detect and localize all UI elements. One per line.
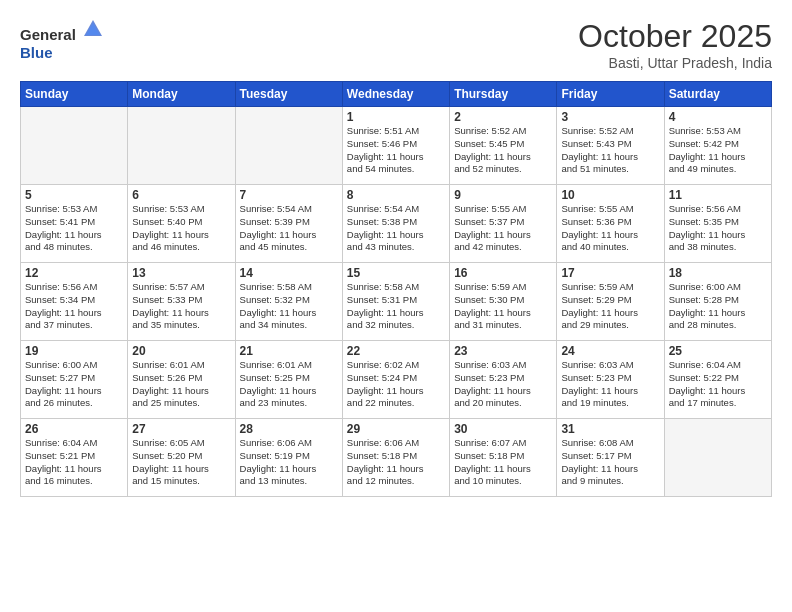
- day-info: Sunrise: 5:52 AM Sunset: 5:43 PM Dayligh…: [561, 125, 659, 176]
- day-number: 13: [132, 266, 230, 280]
- day-info: Sunrise: 6:06 AM Sunset: 5:19 PM Dayligh…: [240, 437, 338, 488]
- header-thursday: Thursday: [450, 82, 557, 107]
- table-row: [128, 107, 235, 185]
- day-info: Sunrise: 6:01 AM Sunset: 5:25 PM Dayligh…: [240, 359, 338, 410]
- table-row: [664, 419, 771, 497]
- calendar-week-2: 5Sunrise: 5:53 AM Sunset: 5:41 PM Daylig…: [21, 185, 772, 263]
- day-info: Sunrise: 6:06 AM Sunset: 5:18 PM Dayligh…: [347, 437, 445, 488]
- day-info: Sunrise: 5:52 AM Sunset: 5:45 PM Dayligh…: [454, 125, 552, 176]
- table-row: 2Sunrise: 5:52 AM Sunset: 5:45 PM Daylig…: [450, 107, 557, 185]
- day-info: Sunrise: 5:55 AM Sunset: 5:37 PM Dayligh…: [454, 203, 552, 254]
- day-info: Sunrise: 6:02 AM Sunset: 5:24 PM Dayligh…: [347, 359, 445, 410]
- day-number: 12: [25, 266, 123, 280]
- table-row: 3Sunrise: 5:52 AM Sunset: 5:43 PM Daylig…: [557, 107, 664, 185]
- table-row: 15Sunrise: 5:58 AM Sunset: 5:31 PM Dayli…: [342, 263, 449, 341]
- table-row: [235, 107, 342, 185]
- day-info: Sunrise: 5:59 AM Sunset: 5:30 PM Dayligh…: [454, 281, 552, 332]
- table-row: 25Sunrise: 6:04 AM Sunset: 5:22 PM Dayli…: [664, 341, 771, 419]
- day-info: Sunrise: 6:05 AM Sunset: 5:20 PM Dayligh…: [132, 437, 230, 488]
- day-number: 27: [132, 422, 230, 436]
- location: Basti, Uttar Pradesh, India: [578, 55, 772, 71]
- table-row: 22Sunrise: 6:02 AM Sunset: 5:24 PM Dayli…: [342, 341, 449, 419]
- table-row: 9Sunrise: 5:55 AM Sunset: 5:37 PM Daylig…: [450, 185, 557, 263]
- day-info: Sunrise: 5:59 AM Sunset: 5:29 PM Dayligh…: [561, 281, 659, 332]
- month-title: October 2025: [578, 18, 772, 55]
- day-info: Sunrise: 6:08 AM Sunset: 5:17 PM Dayligh…: [561, 437, 659, 488]
- table-row: 10Sunrise: 5:55 AM Sunset: 5:36 PM Dayli…: [557, 185, 664, 263]
- table-row: 19Sunrise: 6:00 AM Sunset: 5:27 PM Dayli…: [21, 341, 128, 419]
- day-info: Sunrise: 6:07 AM Sunset: 5:18 PM Dayligh…: [454, 437, 552, 488]
- day-info: Sunrise: 6:04 AM Sunset: 5:21 PM Dayligh…: [25, 437, 123, 488]
- day-info: Sunrise: 5:55 AM Sunset: 5:36 PM Dayligh…: [561, 203, 659, 254]
- day-info: Sunrise: 5:53 AM Sunset: 5:40 PM Dayligh…: [132, 203, 230, 254]
- table-row: 27Sunrise: 6:05 AM Sunset: 5:20 PM Dayli…: [128, 419, 235, 497]
- table-row: 28Sunrise: 6:06 AM Sunset: 5:19 PM Dayli…: [235, 419, 342, 497]
- day-number: 4: [669, 110, 767, 124]
- day-number: 8: [347, 188, 445, 202]
- page: General Blue October 2025 Basti, Uttar P…: [0, 0, 792, 507]
- calendar-week-1: 1Sunrise: 5:51 AM Sunset: 5:46 PM Daylig…: [21, 107, 772, 185]
- day-info: Sunrise: 5:56 AM Sunset: 5:35 PM Dayligh…: [669, 203, 767, 254]
- calendar-week-3: 12Sunrise: 5:56 AM Sunset: 5:34 PM Dayli…: [21, 263, 772, 341]
- title-block: October 2025 Basti, Uttar Pradesh, India: [578, 18, 772, 71]
- table-row: 31Sunrise: 6:08 AM Sunset: 5:17 PM Dayli…: [557, 419, 664, 497]
- table-row: 24Sunrise: 6:03 AM Sunset: 5:23 PM Dayli…: [557, 341, 664, 419]
- table-row: 7Sunrise: 5:54 AM Sunset: 5:39 PM Daylig…: [235, 185, 342, 263]
- header-wednesday: Wednesday: [342, 82, 449, 107]
- day-info: Sunrise: 6:03 AM Sunset: 5:23 PM Dayligh…: [561, 359, 659, 410]
- day-number: 17: [561, 266, 659, 280]
- day-number: 5: [25, 188, 123, 202]
- day-info: Sunrise: 5:54 AM Sunset: 5:39 PM Dayligh…: [240, 203, 338, 254]
- day-info: Sunrise: 6:00 AM Sunset: 5:27 PM Dayligh…: [25, 359, 123, 410]
- day-number: 31: [561, 422, 659, 436]
- day-number: 2: [454, 110, 552, 124]
- day-number: 20: [132, 344, 230, 358]
- table-row: 17Sunrise: 5:59 AM Sunset: 5:29 PM Dayli…: [557, 263, 664, 341]
- day-info: Sunrise: 6:01 AM Sunset: 5:26 PM Dayligh…: [132, 359, 230, 410]
- table-row: 18Sunrise: 6:00 AM Sunset: 5:28 PM Dayli…: [664, 263, 771, 341]
- table-row: 29Sunrise: 6:06 AM Sunset: 5:18 PM Dayli…: [342, 419, 449, 497]
- table-row: 8Sunrise: 5:54 AM Sunset: 5:38 PM Daylig…: [342, 185, 449, 263]
- day-info: Sunrise: 5:58 AM Sunset: 5:31 PM Dayligh…: [347, 281, 445, 332]
- table-row: 5Sunrise: 5:53 AM Sunset: 5:41 PM Daylig…: [21, 185, 128, 263]
- day-number: 16: [454, 266, 552, 280]
- table-row: 11Sunrise: 5:56 AM Sunset: 5:35 PM Dayli…: [664, 185, 771, 263]
- day-number: 3: [561, 110, 659, 124]
- day-number: 14: [240, 266, 338, 280]
- day-info: Sunrise: 5:54 AM Sunset: 5:38 PM Dayligh…: [347, 203, 445, 254]
- day-number: 23: [454, 344, 552, 358]
- day-number: 11: [669, 188, 767, 202]
- header-friday: Friday: [557, 82, 664, 107]
- table-row: 30Sunrise: 6:07 AM Sunset: 5:18 PM Dayli…: [450, 419, 557, 497]
- day-number: 28: [240, 422, 338, 436]
- logo: General Blue: [20, 18, 104, 62]
- table-row: 4Sunrise: 5:53 AM Sunset: 5:42 PM Daylig…: [664, 107, 771, 185]
- day-info: Sunrise: 6:03 AM Sunset: 5:23 PM Dayligh…: [454, 359, 552, 410]
- day-number: 10: [561, 188, 659, 202]
- header-monday: Monday: [128, 82, 235, 107]
- header-saturday: Saturday: [664, 82, 771, 107]
- calendar-header-row: Sunday Monday Tuesday Wednesday Thursday…: [21, 82, 772, 107]
- table-row: 13Sunrise: 5:57 AM Sunset: 5:33 PM Dayli…: [128, 263, 235, 341]
- day-number: 7: [240, 188, 338, 202]
- day-number: 18: [669, 266, 767, 280]
- day-number: 19: [25, 344, 123, 358]
- table-row: 21Sunrise: 6:01 AM Sunset: 5:25 PM Dayli…: [235, 341, 342, 419]
- table-row: 14Sunrise: 5:58 AM Sunset: 5:32 PM Dayli…: [235, 263, 342, 341]
- header-sunday: Sunday: [21, 82, 128, 107]
- day-number: 1: [347, 110, 445, 124]
- day-info: Sunrise: 6:04 AM Sunset: 5:22 PM Dayligh…: [669, 359, 767, 410]
- calendar-table: Sunday Monday Tuesday Wednesday Thursday…: [20, 81, 772, 497]
- header: General Blue October 2025 Basti, Uttar P…: [20, 18, 772, 71]
- day-info: Sunrise: 6:00 AM Sunset: 5:28 PM Dayligh…: [669, 281, 767, 332]
- logo-blue: Blue: [20, 44, 53, 61]
- day-number: 24: [561, 344, 659, 358]
- day-info: Sunrise: 5:58 AM Sunset: 5:32 PM Dayligh…: [240, 281, 338, 332]
- table-row: [21, 107, 128, 185]
- day-number: 30: [454, 422, 552, 436]
- day-info: Sunrise: 5:53 AM Sunset: 5:41 PM Dayligh…: [25, 203, 123, 254]
- day-info: Sunrise: 5:56 AM Sunset: 5:34 PM Dayligh…: [25, 281, 123, 332]
- day-number: 9: [454, 188, 552, 202]
- calendar-week-5: 26Sunrise: 6:04 AM Sunset: 5:21 PM Dayli…: [21, 419, 772, 497]
- table-row: 16Sunrise: 5:59 AM Sunset: 5:30 PM Dayli…: [450, 263, 557, 341]
